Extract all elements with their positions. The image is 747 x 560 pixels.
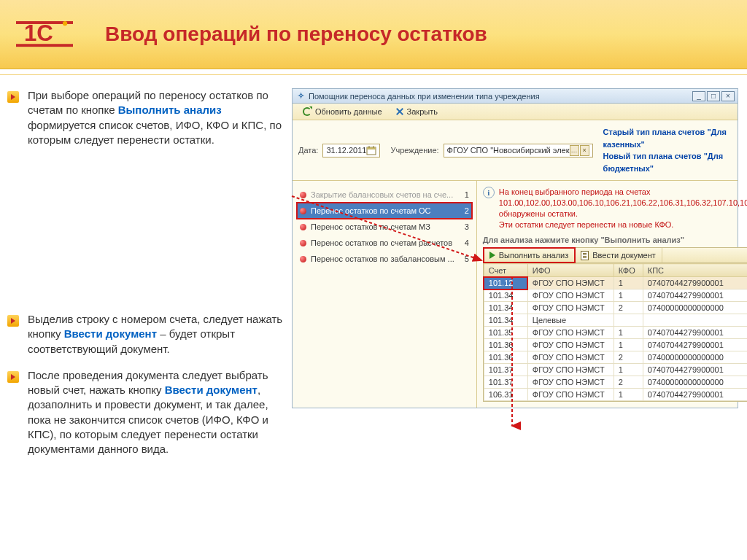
cell-acct[interactable]: 101.37	[484, 364, 527, 376]
cell-ifo[interactable]: ФГОУ СПО НЭМСТ	[527, 289, 614, 302]
cell-ifo[interactable]: ФГОУ СПО НЭМСТ	[527, 327, 614, 339]
step-row[interactable]: Перенос остатков по забалансовым ...5	[297, 251, 472, 267]
cell-ifo[interactable]: ФГОУ СПО НЭМСТ	[527, 351, 614, 364]
calendar-icon[interactable]	[366, 145, 376, 155]
cell-kfo[interactable]: 1	[614, 339, 643, 351]
step-row[interactable]: Перенос остатков по счетам расчетов4	[297, 235, 472, 251]
cell-kfo[interactable]	[614, 314, 643, 327]
table-row[interactable]: 101.12ФГОУ СПО НЭМСТ107407044279900001	[484, 277, 747, 289]
cell-kps[interactable]: 07407044279900001	[643, 389, 747, 401]
cell-acct[interactable]: 101.35	[484, 327, 527, 339]
cell-acct[interactable]: 101.34	[484, 302, 527, 314]
cell-ifo[interactable]: ФГОУ СПО НЭМСТ	[527, 376, 614, 389]
col-acct[interactable]: Счет	[484, 264, 527, 277]
cell-kps[interactable]: 07400000000000000	[643, 302, 747, 314]
select-dots-icon[interactable]: …	[570, 145, 579, 156]
cell-acct[interactable]: 101.36	[484, 351, 527, 364]
org-select[interactable]: ФГОУ СПО "Новосибирский электрон … ×	[444, 144, 593, 158]
divider	[0, 69, 747, 75]
step-row[interactable]: Закрытие балансовых счетов на сче...1	[297, 187, 472, 203]
refresh-icon	[302, 106, 312, 117]
cell-kps[interactable]: 07407044279900001	[643, 327, 747, 339]
window-titlebar[interactable]: ✧ Помощник переноса данных при изменении…	[293, 89, 738, 104]
cell-kfo[interactable]: 1	[614, 364, 643, 376]
cell-kps[interactable]: 07407044279900001	[643, 277, 747, 289]
close-window-button[interactable]: ×	[721, 91, 735, 101]
minimize-button[interactable]: _	[692, 91, 705, 101]
form-row: Дата: 31.12.2011 Учреждение: ФГОУ СПО "Н…	[293, 120, 738, 177]
cell-ifo[interactable]: ФГОУ СПО НЭМСТ	[527, 389, 614, 401]
cell-acct[interactable]: 101.36	[484, 339, 527, 351]
cell-acct[interactable]: 101.37	[484, 376, 527, 389]
date-label: Дата:	[298, 146, 318, 155]
step-number: 4	[459, 238, 469, 247]
select-x-icon[interactable]: ×	[580, 145, 589, 156]
col-kfo[interactable]: КФО	[614, 264, 643, 277]
keyword-enter-doc: Ввести документ	[64, 327, 157, 340]
cell-acct[interactable]: 101.12	[484, 277, 527, 289]
cell-kfo[interactable]: 1	[614, 327, 643, 339]
table-row[interactable]: 101.37ФГОУ СПО НЭМСТ207400000000000000	[484, 376, 747, 389]
cell-ifo[interactable]: ФГОУ СПО НЭМСТ	[527, 339, 614, 351]
cell-kps[interactable]: 07407044279900001	[643, 289, 747, 302]
maximize-button[interactable]: □	[707, 91, 720, 101]
cell-ifo[interactable]: ФГОУ СПО НЭМСТ	[527, 277, 614, 289]
text-column: При выборе операций по переносу остатков…	[7, 88, 285, 468]
cell-kps[interactable]: 07407044279900001	[643, 339, 747, 351]
cell-kfo[interactable]: 1	[614, 389, 643, 401]
info-message: i На конец выбранного периода на счетах …	[483, 187, 747, 230]
run-analysis-button[interactable]: Выполнить анализ	[484, 248, 575, 262]
table-row[interactable]: 101.34ФГОУ СПО НЭМСТ107407044279900001	[484, 289, 747, 302]
cell-kps[interactable]: 07400000000000000	[643, 376, 747, 389]
table-row[interactable]: 101.36ФГОУ СПО НЭМСТ207400000000000000	[484, 351, 747, 364]
para-3: После проведения документа следует выбра…	[28, 369, 268, 455]
cell-ifo[interactable]: ФГОУ СПО НЭМСТ	[527, 364, 614, 376]
cell-kfo[interactable]: 2	[614, 376, 643, 389]
window-toolbar: Обновить данные Закрыть	[293, 104, 738, 120]
step-row[interactable]: Перенос остатков по счетам МЗ3	[297, 219, 472, 235]
accounts-grid[interactable]: Счет ИФО КФО КПС 101.12ФГОУ СПО НЭМСТ107…	[483, 263, 747, 402]
cell-kfo[interactable]: 1	[614, 289, 643, 302]
org-label: Учреждение:	[390, 146, 438, 155]
assistant-window: ✧ Помощник переноса данных при изменении…	[292, 88, 738, 408]
cell-acct[interactable]: 101.34	[484, 289, 527, 302]
logo-1c: 1C	[16, 12, 73, 56]
close-button[interactable]: Закрыть	[390, 106, 443, 117]
step-row[interactable]: Перенос остатков по счетам ОС2	[297, 203, 472, 219]
cell-kps[interactable]	[643, 314, 747, 327]
analysis-pane: i На конец выбранного периода на счетах …	[477, 181, 747, 408]
cell-kfo[interactable]: 1	[614, 277, 643, 289]
cell-kps[interactable]: 07407044279900001	[643, 364, 747, 376]
enter-document-button[interactable]: Ввести документ	[575, 248, 662, 262]
step-label: Перенос остатков по счетам расчетов	[311, 238, 454, 247]
table-row[interactable]: 101.34Целевые	[484, 314, 747, 327]
table-row[interactable]: 101.35ФГОУ СПО НЭМСТ107407044279900001	[484, 327, 747, 339]
table-row[interactable]: 101.34ФГОУ СПО НЭМСТ207400000000000000	[484, 302, 747, 314]
play-icon	[489, 252, 495, 259]
step-dot-icon	[300, 240, 306, 246]
date-input[interactable]: 31.12.2011	[322, 144, 380, 158]
hint-text: Для анализа нажмите кнопку "Выполнить ан…	[483, 236, 747, 244]
svg-text:1C: 1C	[24, 20, 53, 46]
cell-kfo[interactable]: 2	[614, 302, 643, 314]
step-dot-icon	[300, 256, 306, 262]
table-row[interactable]: 101.37ФГОУ СПО НЭМСТ107407044279900001	[484, 364, 747, 376]
steps-pane: Закрытие балансовых счетов на сче...1Пер…	[293, 181, 477, 408]
info-icon: i	[483, 187, 495, 198]
table-row[interactable]: 101.36ФГОУ СПО НЭМСТ107407044279900001	[484, 339, 747, 351]
table-row[interactable]: 106.31ФГОУ СПО НЭМСТ107407044279900001	[484, 389, 747, 401]
cell-ifo[interactable]: ФГОУ СПО НЭМСТ	[527, 302, 614, 314]
cell-acct[interactable]: 101.34	[484, 314, 527, 327]
para-1: При выборе операций по переносу остатков…	[28, 89, 282, 146]
cell-kps[interactable]: 07400000000000000	[643, 351, 747, 364]
document-icon	[581, 251, 589, 260]
col-ifo[interactable]: ИФО	[527, 264, 614, 277]
cell-acct[interactable]: 106.31	[484, 389, 527, 401]
refresh-button[interactable]: Обновить данные	[297, 105, 387, 118]
cell-kfo[interactable]: 2	[614, 351, 643, 364]
cell-ifo[interactable]: Целевые	[527, 314, 614, 327]
step-label: Перенос остатков по счетам ОС	[311, 206, 454, 215]
slide-title: Ввод операций по переносу остатков	[105, 23, 487, 45]
col-kps[interactable]: КПС	[643, 264, 747, 277]
step-dot-icon	[300, 192, 306, 198]
